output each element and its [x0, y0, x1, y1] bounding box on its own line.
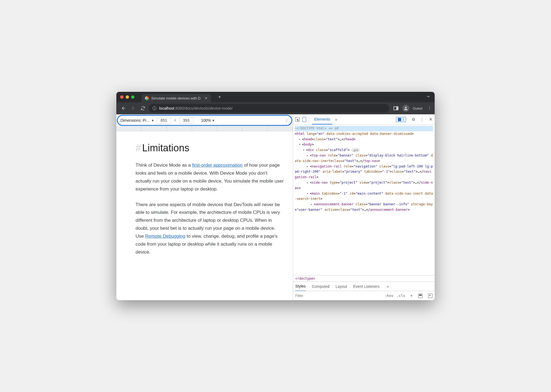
- cls-button[interactable]: .cls: [397, 294, 405, 298]
- devtools-toolbar: Elements » 1 ⚙ ⋯ ✕: [293, 114, 435, 125]
- side-panel-icon[interactable]: [393, 106, 398, 110]
- more-tabs-chevron[interactable]: »: [335, 117, 337, 122]
- url-host: localhost: [159, 106, 174, 110]
- devtools-panel: Elements » 1 ⚙ ⋯ ✕ ⋯<!DOCTYPE html> == $…: [293, 114, 435, 300]
- dimensions-label: Dimensions: Pi…: [120, 118, 150, 123]
- new-tab-button[interactable]: +: [218, 94, 221, 100]
- issues-count: 1: [402, 118, 404, 121]
- paragraph-2: There are some aspects of mobile devices…: [136, 201, 284, 256]
- width-input[interactable]: [157, 117, 171, 124]
- address-bar: i localhost:8080/docs/devtools/device-mo…: [116, 102, 435, 114]
- hov-button[interactable]: :hov: [385, 294, 393, 298]
- paragraph-1: Think of Device Mode as a first-order ap…: [136, 161, 284, 193]
- url-path: /docs/devtools/device-mode/: [184, 106, 232, 110]
- devtools-menu[interactable]: ⋯: [420, 118, 424, 121]
- dimensions-dropdown[interactable]: Dimensions: Pi… ▼: [120, 118, 154, 123]
- ruler: [116, 126, 293, 131]
- computed-sidebar-toggle[interactable]: [428, 294, 432, 298]
- url-port: :8080: [174, 106, 184, 110]
- styles-filterbar: :hov .cls +: [293, 291, 435, 300]
- url-input[interactable]: i localhost:8080/docs/devtools/device-mo…: [149, 104, 389, 113]
- tab-elements[interactable]: Elements: [312, 115, 332, 124]
- browser-menu-button[interactable]: ⋯: [427, 106, 432, 111]
- minimize-window-button[interactable]: [126, 95, 129, 99]
- page-heading: #Limitations: [136, 142, 293, 154]
- tab-title: Simulate mobile devices with D: [151, 96, 201, 100]
- issue-icon: [398, 118, 401, 121]
- remote-debugging-link[interactable]: Remote Debugging: [145, 234, 185, 239]
- titlebar: Simulate mobile devices with D ✕ +: [116, 92, 435, 102]
- brush-icon[interactable]: [418, 294, 423, 298]
- tab-close-button[interactable]: ✕: [204, 96, 208, 100]
- device-toolbar: Dimensions: Pi… ▼ × 100% ▼ ⋯: [117, 115, 292, 126]
- tab-computed[interactable]: Computed: [312, 284, 330, 289]
- profile-label: Guest: [413, 106, 422, 110]
- svg-point-0: [405, 107, 407, 108]
- height-input[interactable]: [179, 117, 193, 124]
- chrome-icon: [145, 96, 149, 100]
- issues-button[interactable]: 1: [396, 117, 406, 122]
- tab-event-listeners[interactable]: Event Listeners: [353, 284, 380, 289]
- more-styles-tabs[interactable]: »: [387, 284, 389, 289]
- new-style-button[interactable]: +: [410, 293, 413, 298]
- back-button[interactable]: [119, 104, 127, 112]
- styles-tabbar: Styles Computed Layout Event Listeners »: [293, 282, 435, 291]
- zoom-value: 100%: [201, 118, 211, 123]
- chevron-down-icon: ▼: [212, 119, 215, 122]
- x-separator: ×: [174, 118, 176, 123]
- maximize-window-button[interactable]: [131, 95, 134, 99]
- main-area: Dimensions: Pi… ▼ × 100% ▼ ⋯ #Limitation…: [116, 114, 435, 300]
- close-window-button[interactable]: [120, 95, 123, 99]
- settings-icon[interactable]: ⚙: [412, 117, 415, 122]
- first-order-link[interactable]: first-order approximation: [192, 163, 243, 168]
- tab-styles[interactable]: Styles: [295, 282, 306, 291]
- reload-button[interactable]: [139, 104, 147, 112]
- grid-badge[interactable]: grid: [352, 148, 360, 152]
- site-info-icon[interactable]: i: [153, 106, 156, 110]
- device-mode-icon[interactable]: [302, 117, 306, 122]
- zoom-dropdown[interactable]: 100% ▼: [201, 118, 215, 123]
- styles-filter-input[interactable]: [295, 294, 345, 298]
- browser-window: Simulate mobile devices with D ✕ + i loc…: [116, 92, 435, 300]
- inspect-icon[interactable]: [295, 117, 300, 122]
- dom-breadcrumb[interactable]: <!doctype>: [293, 275, 435, 282]
- close-devtools-button[interactable]: ✕: [429, 117, 432, 122]
- profile-avatar-icon[interactable]: [402, 105, 409, 112]
- tabs-chevron-icon[interactable]: [426, 94, 431, 100]
- hash-icon: #: [136, 142, 141, 154]
- dom-tree[interactable]: ⋯<!DOCTYPE html> == $0 <html lang="en" d…: [293, 125, 435, 275]
- browser-tab[interactable]: Simulate mobile devices with D ✕: [142, 94, 211, 102]
- page-content: #Limitations Think of Device Mode as a f…: [116, 131, 293, 300]
- device-toolbar-menu[interactable]: ⋯: [285, 118, 289, 123]
- viewport-panel: Dimensions: Pi… ▼ × 100% ▼ ⋯ #Limitation…: [116, 114, 293, 300]
- forward-button[interactable]: [129, 104, 137, 112]
- chevron-down-icon: ▼: [151, 119, 154, 122]
- tab-layout[interactable]: Layout: [336, 284, 347, 289]
